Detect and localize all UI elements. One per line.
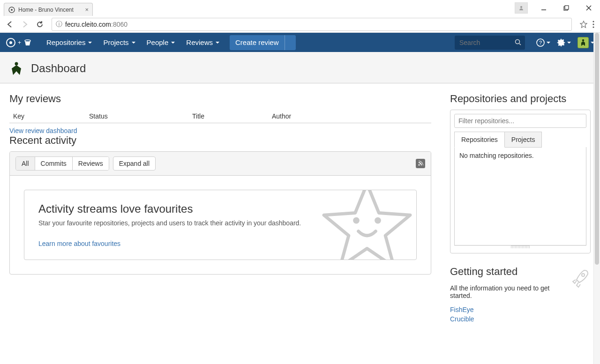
svg-point-10 bbox=[592, 26, 594, 28]
search-icon[interactable] bbox=[515, 39, 521, 45]
close-icon[interactable]: × bbox=[85, 6, 89, 13]
filter-repositories-input[interactable] bbox=[454, 114, 586, 128]
nav-reviews[interactable]: Reviews bbox=[180, 33, 225, 52]
getting-started-heading: Getting started bbox=[450, 266, 591, 278]
rss-icon[interactable] bbox=[416, 159, 425, 168]
col-status[interactable]: Status bbox=[89, 112, 192, 120]
svg-point-12 bbox=[9, 41, 12, 44]
crucible-link[interactable]: Crucible bbox=[450, 315, 591, 323]
tab-projects[interactable]: Projects bbox=[505, 132, 542, 148]
app-top-nav: + Repositories Projects People Reviews C… bbox=[0, 33, 600, 52]
filter-commits-button[interactable]: Commits bbox=[35, 157, 72, 170]
svg-point-13 bbox=[25, 40, 30, 42]
col-title[interactable]: Title bbox=[192, 112, 272, 120]
chevron-down-icon bbox=[216, 42, 219, 44]
window-maximize-icon[interactable] bbox=[555, 1, 578, 15]
svg-line-15 bbox=[519, 44, 521, 45]
filter-all-button[interactable]: All bbox=[16, 157, 35, 170]
svg-point-23 bbox=[582, 274, 585, 276]
window-minimize-icon[interactable] bbox=[532, 1, 555, 15]
page-scrollbar[interactable] bbox=[593, 33, 600, 364]
chevron-down-icon bbox=[547, 42, 550, 44]
page-title: Dashboard bbox=[31, 62, 86, 75]
browser-address-bar: ⓘ fecru.cleito.com:8060 bbox=[0, 16, 600, 33]
chevron-down-icon bbox=[88, 42, 92, 44]
info-icon: ⓘ bbox=[56, 20, 62, 29]
reviews-table: Key Status Title Author bbox=[9, 110, 431, 123]
chevron-down-icon bbox=[567, 42, 571, 44]
repo-tab-content: No matching repositories. bbox=[454, 147, 586, 245]
rocket-icon bbox=[570, 267, 591, 288]
fisheye-link[interactable]: FishEye bbox=[450, 306, 591, 313]
col-author[interactable]: Author bbox=[272, 112, 431, 120]
tab-favicon bbox=[8, 6, 15, 14]
nav-projects[interactable]: Projects bbox=[98, 33, 141, 52]
create-review-dropdown[interactable] bbox=[285, 35, 296, 50]
filter-reviews-button[interactable]: Reviews bbox=[72, 157, 109, 170]
url-port: :8060 bbox=[111, 21, 128, 28]
create-review-button[interactable]: Create review bbox=[230, 35, 285, 50]
page-header: Dashboard bbox=[0, 52, 600, 83]
user-menu[interactable] bbox=[578, 37, 594, 48]
nav-repositories[interactable]: Repositories bbox=[41, 33, 98, 52]
svg-point-19 bbox=[15, 62, 18, 66]
svg-point-18 bbox=[582, 39, 584, 41]
my-reviews-heading: My reviews bbox=[9, 93, 431, 105]
chevron-down-icon bbox=[132, 42, 135, 44]
window-close-icon[interactable] bbox=[578, 1, 600, 15]
repos-projects-heading: Repositories and projects bbox=[450, 93, 591, 105]
svg-point-21 bbox=[353, 217, 360, 224]
getting-started-text: All the information you need to get star… bbox=[450, 284, 553, 299]
chrome-user-icon[interactable] bbox=[515, 2, 528, 14]
learn-favourites-link[interactable]: Learn more about favourites bbox=[38, 240, 120, 247]
plus-icon: + bbox=[18, 39, 21, 46]
svg-point-2 bbox=[520, 6, 522, 8]
svg-text:?: ? bbox=[539, 40, 542, 45]
svg-point-22 bbox=[375, 217, 381, 224]
favourites-callout: Activity streams love favourites Star yo… bbox=[24, 190, 417, 260]
expand-all-button[interactable]: Expand all bbox=[113, 156, 156, 171]
svg-point-14 bbox=[516, 39, 520, 44]
repo-projects-panel: Repositories Projects No matching reposi… bbox=[450, 110, 591, 253]
svg-point-8 bbox=[592, 21, 594, 22]
fisheye-logo-icon[interactable] bbox=[6, 37, 16, 48]
chevron-down-icon bbox=[171, 42, 175, 44]
dashboard-logo-icon bbox=[8, 60, 24, 76]
svg-rect-5 bbox=[565, 6, 569, 9]
settings-menu[interactable] bbox=[557, 38, 571, 47]
url-field[interactable]: ⓘ fecru.cleito.com:8060 bbox=[52, 18, 572, 31]
scroll-thumb[interactable] bbox=[595, 33, 599, 265]
star-illustration-icon bbox=[313, 190, 417, 260]
help-icon: ? bbox=[536, 38, 545, 47]
col-key[interactable]: Key bbox=[9, 112, 89, 120]
tab-repositories[interactable]: Repositories bbox=[454, 132, 505, 148]
chrome-menu-icon[interactable] bbox=[592, 21, 594, 28]
gear-icon bbox=[557, 38, 565, 47]
reload-icon[interactable] bbox=[36, 20, 44, 29]
star-icon[interactable] bbox=[579, 20, 588, 29]
view-review-dashboard-link[interactable]: View review dashboard bbox=[9, 127, 77, 134]
browser-tab-strip: Home - Bruno Vincent × bbox=[0, 0, 600, 16]
browser-tab[interactable]: Home - Bruno Vincent × bbox=[4, 3, 93, 16]
url-domain: fecru.cleito.com bbox=[65, 21, 111, 28]
avatar bbox=[578, 37, 589, 48]
svg-point-9 bbox=[592, 23, 594, 25]
resize-handle[interactable] bbox=[511, 245, 530, 248]
nav-people[interactable]: People bbox=[141, 33, 181, 52]
svg-point-20 bbox=[419, 164, 420, 166]
activity-filter-segment: All Commits Reviews bbox=[15, 156, 109, 171]
activity-panel: All Commits Reviews Expand all Activity … bbox=[9, 151, 431, 275]
recent-activity-heading: Recent activity bbox=[9, 134, 431, 147]
forward-icon bbox=[21, 20, 29, 29]
getting-started-panel: Getting started All the information you … bbox=[450, 266, 591, 323]
svg-point-1 bbox=[11, 9, 13, 11]
tab-title: Home - Bruno Vincent bbox=[18, 7, 74, 13]
help-menu[interactable]: ? bbox=[536, 38, 550, 47]
back-icon[interactable] bbox=[6, 20, 14, 29]
crucible-logo-icon[interactable] bbox=[23, 38, 32, 47]
no-results-text: No matching repositories. bbox=[459, 152, 534, 159]
